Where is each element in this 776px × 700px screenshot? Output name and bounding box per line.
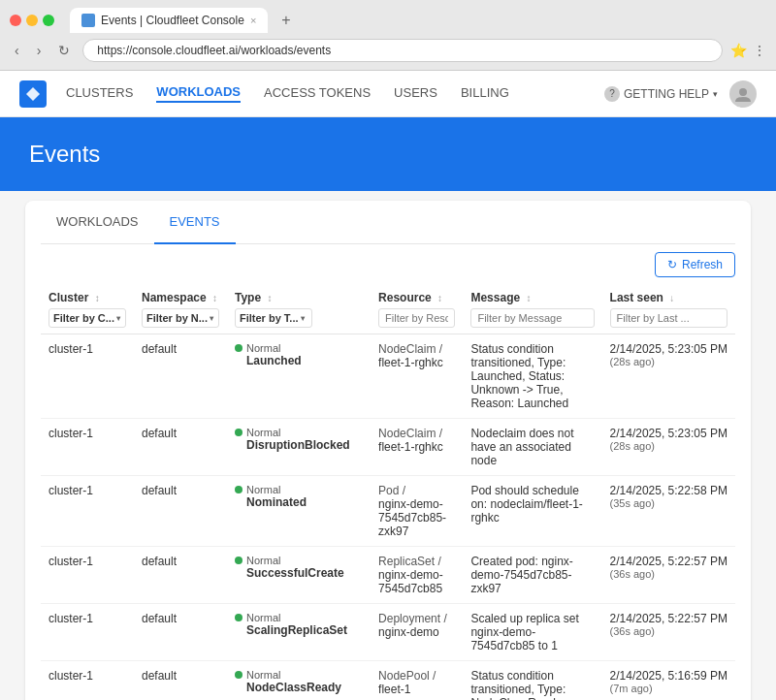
cell-namespace: default <box>134 419 227 476</box>
sort-type-icon[interactable]: ↕ <box>267 293 272 303</box>
sort-resource-icon[interactable]: ↕ <box>437 293 442 303</box>
filter-type[interactable]: Filter by T... ▾ <box>235 308 312 328</box>
tab-events[interactable]: EVENTS <box>154 201 236 244</box>
type-name: Nominated <box>246 495 307 509</box>
cell-lastseen: 2/14/2025, 5:22:57 PM (36s ago) <box>602 604 735 661</box>
app-logo <box>19 80 47 108</box>
table-toolbar: ↻ Refresh <box>41 244 735 285</box>
cell-lastseen: 2/14/2025, 5:23:05 PM (28s ago) <box>602 334 735 419</box>
timestamp-value: 2/14/2025, 5:23:05 PM <box>610 342 728 356</box>
tab-close-button[interactable]: × <box>250 15 256 26</box>
cell-cluster: cluster-1 <box>41 661 134 701</box>
type-name: NodeClassReady <box>246 681 341 694</box>
refresh-button[interactable]: ↻ Refresh <box>655 252 735 277</box>
close-dot[interactable] <box>10 15 21 26</box>
col-header-type: Type ↕ Filter by T... ▾ <box>227 285 371 334</box>
resource-type: NodeClaim / <box>378 427 442 440</box>
maximize-dot[interactable] <box>43 15 54 26</box>
cell-cluster: cluster-1 <box>41 476 134 547</box>
timestamp-value: 2/14/2025, 5:16:59 PM <box>610 669 728 683</box>
cell-namespace: default <box>134 334 227 419</box>
main-card: WORKLOADS EVENTS ↻ Refresh Cluste <box>25 201 751 700</box>
cell-message: Status condition transitioned, Type: Lau… <box>463 334 601 419</box>
minimize-dot[interactable] <box>26 15 38 26</box>
cell-message: Pod should schedule on: nodeclaim/fleet-… <box>463 476 601 547</box>
ago-value: (7m ago) <box>610 683 728 694</box>
cell-resource: ReplicaSet / nginx-demo-7545d7cb85 <box>371 547 463 604</box>
cell-type: Normal Nominated <box>227 476 371 547</box>
col-header-lastseen: Last seen ↓ <box>602 285 735 334</box>
cell-cluster: cluster-1 <box>41 334 134 419</box>
new-tab-button[interactable]: + <box>274 8 298 33</box>
filter-resource-input[interactable] <box>378 308 455 328</box>
table-row: cluster-1 default Normal ScalingReplicaS… <box>41 604 735 661</box>
table-row: cluster-1 default Normal NodeClassReady … <box>41 661 735 701</box>
address-bar[interactable]: https://console.cloudfleet.ai/workloads/… <box>82 39 723 62</box>
type-normal-dot <box>235 486 242 493</box>
cell-cluster: cluster-1 <box>41 547 134 604</box>
forward-button[interactable]: › <box>32 40 47 61</box>
user-avatar[interactable] <box>729 80 757 108</box>
resource-type: ReplicaSet / <box>378 555 441 568</box>
table-row: cluster-1 default Normal SuccessfulCreat… <box>41 547 735 604</box>
sort-cluster-icon[interactable]: ↕ <box>95 293 100 303</box>
menu-button[interactable]: ⋮ <box>753 43 766 58</box>
tab-workloads[interactable]: WORKLOADS <box>41 201 154 244</box>
cell-resource: Pod / nginx-demo-7545d7cb85-zxk97 <box>371 476 463 547</box>
col-header-resource: Resource ↕ <box>371 285 463 334</box>
timestamp-value: 2/14/2025, 5:22:57 PM <box>610 612 728 625</box>
cell-namespace: default <box>134 547 227 604</box>
type-label: Normal <box>246 612 347 623</box>
cell-message: Status condition transitioned, Type: Nod… <box>463 661 601 701</box>
type-normal-dot <box>235 429 242 436</box>
back-button[interactable]: ‹ <box>10 40 24 61</box>
cell-resource: Deployment / nginx-demo <box>371 604 463 661</box>
cell-type: Normal Launched <box>227 334 371 419</box>
sort-message-icon[interactable]: ↕ <box>526 293 531 303</box>
resource-name: fleet-1-rghkc <box>378 356 443 369</box>
chevron-type-icon: ▾ <box>301 314 305 323</box>
topnav-right: ? GETTING HELP ▾ <box>604 80 757 108</box>
app-container: CLUSTERS WORKLOADS ACCESS TOKENS USERS B… <box>0 71 776 700</box>
sort-namespace-icon[interactable]: ↕ <box>212 293 217 303</box>
nav-users[interactable]: USERS <box>394 85 437 102</box>
ago-value: (36s ago) <box>610 568 728 580</box>
type-name: DisruptionBlocked <box>246 438 350 452</box>
chevron-namespace-icon: ▾ <box>210 314 213 323</box>
type-label: Normal <box>246 484 307 495</box>
timestamp-value: 2/14/2025, 5:22:58 PM <box>610 484 728 497</box>
resource-type: Pod / <box>378 484 405 497</box>
cell-namespace: default <box>134 604 227 661</box>
resource-name: nginx-demo <box>378 625 439 639</box>
filter-message-input[interactable] <box>470 308 594 328</box>
type-normal-dot <box>235 614 242 621</box>
bookmark-button[interactable]: ⭐ <box>730 43 747 58</box>
nav-access-tokens[interactable]: ACCESS TOKENS <box>264 85 371 102</box>
filter-cluster[interactable]: Filter by C... ▾ <box>48 308 126 328</box>
filter-namespace[interactable]: Filter by N... ▾ <box>142 308 219 328</box>
topnav: CLUSTERS WORKLOADS ACCESS TOKENS USERS B… <box>0 71 776 117</box>
browser-tab[interactable]: Events | Cloudfleet Console × <box>70 8 268 33</box>
chevron-down-icon: ▾ <box>713 89 718 99</box>
resource-type: Deployment / <box>378 612 447 625</box>
page-header: Events <box>0 117 776 191</box>
ago-value: (28s ago) <box>610 440 728 452</box>
table-row: cluster-1 default Normal DisruptionBlock… <box>41 419 735 476</box>
nav-workloads[interactable]: WORKLOADS <box>156 84 241 103</box>
type-normal-dot <box>235 557 242 564</box>
events-tbody: cluster-1 default Normal Launched NodeCl… <box>41 334 735 701</box>
nav-billing[interactable]: BILLING <box>461 85 509 102</box>
cell-lastseen: 2/14/2025, 5:23:05 PM (28s ago) <box>602 419 735 476</box>
sort-lastseen-icon[interactable]: ↓ <box>669 293 674 303</box>
nav-clusters[interactable]: CLUSTERS <box>66 85 133 102</box>
type-label: Normal <box>246 427 350 438</box>
filter-type-text: Filter by T... <box>240 312 299 324</box>
svg-point-1 <box>739 88 747 96</box>
cell-resource: NodePool / fleet-1 <box>371 661 463 701</box>
refresh-icon: ↻ <box>667 258 677 271</box>
filter-lastseen-input[interactable] <box>610 308 728 328</box>
resource-type: NodeClaim / <box>378 342 442 356</box>
table-row: cluster-1 default Normal Launched NodeCl… <box>41 334 735 419</box>
getting-help-button[interactable]: ? GETTING HELP ▾ <box>604 86 718 102</box>
reload-button[interactable]: ↻ <box>53 40 75 61</box>
